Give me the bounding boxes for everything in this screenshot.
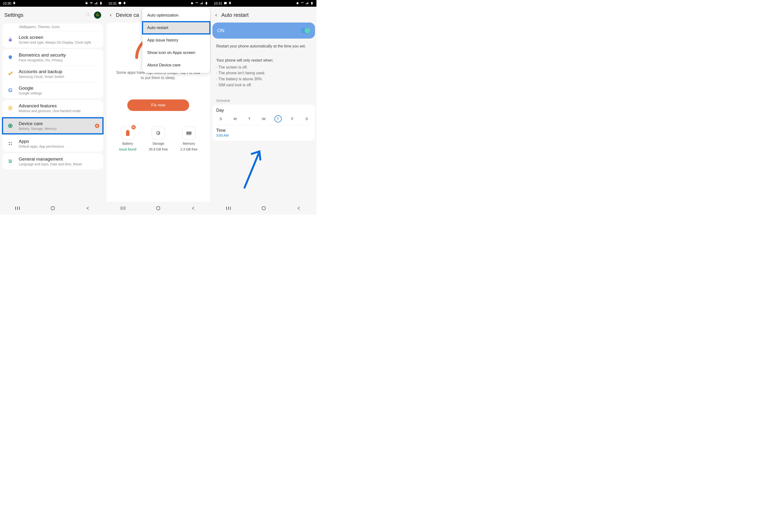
svg-rect-20	[126, 130, 130, 136]
image-icon	[118, 1, 121, 5]
alarm-icon	[85, 1, 88, 5]
svg-rect-26	[311, 2, 313, 4]
menu-auto-restart[interactable]: Auto restart	[142, 22, 210, 34]
screenshot-device-care: 10:31 ‹ Device ca Hig Some apps have hig…	[105, 0, 211, 215]
settings-item-biometrics[interactable]: Biometrics and securityFace recognition,…	[2, 49, 103, 66]
svg-point-12	[11, 144, 12, 145]
chip-storage[interactable]: Storage 35.8 GB free	[149, 126, 168, 151]
status-time: 10:31	[108, 1, 117, 5]
item-subtitle: Samsung Cloud, Smart Switch	[19, 75, 64, 79]
nav-recents[interactable]	[13, 206, 22, 211]
day-sat[interactable]: S	[303, 115, 310, 122]
svg-point-18	[191, 2, 193, 4]
svg-rect-2	[101, 2, 101, 2]
info-lead: Restart your phone automatically at the …	[216, 43, 311, 49]
svg-point-10	[11, 142, 12, 143]
menu-app-issue-history[interactable]: App issue history	[142, 34, 210, 46]
search-icon[interactable]	[85, 12, 91, 18]
svg-point-25	[296, 2, 298, 4]
nav-back[interactable]	[189, 206, 198, 211]
on-banner[interactable]: ON	[212, 23, 315, 39]
day-wed[interactable]: W	[260, 115, 267, 122]
nav-home[interactable]	[48, 206, 58, 211]
svg-point-15	[9, 162, 10, 163]
settings-item-device-care[interactable]: Device careBattery, Storage, Memory N	[2, 118, 103, 134]
cond-item: The battery is above 30%.	[216, 76, 311, 82]
settings-item-google[interactable]: G GoogleGoogle settings	[2, 82, 103, 99]
wifi-icon	[195, 1, 199, 5]
wifi-icon	[300, 1, 304, 5]
day-mon[interactable]: M	[232, 115, 239, 122]
svg-point-9	[9, 142, 10, 143]
cond-item: SIM card lock is off.	[216, 82, 311, 88]
chip-battery[interactable]: N Battery Issue found	[119, 126, 136, 151]
item-subtitle: Google settings	[19, 91, 42, 95]
battery-icon	[205, 1, 208, 5]
settings-item-general[interactable]: General managementLanguage and input, Da…	[2, 153, 103, 169]
svg-rect-19	[206, 2, 207, 4]
signal-icon	[95, 1, 98, 5]
nav-home[interactable]	[259, 206, 269, 211]
nav-recents[interactable]	[118, 206, 128, 211]
chip-sub: 35.8 GB free	[149, 147, 168, 151]
header: ‹ Auto restart	[211, 7, 316, 22]
menu-about[interactable]: About Device care	[142, 59, 210, 71]
new-badge: N	[131, 125, 136, 129]
info-cond-lead: Your phone will only restart when:	[216, 58, 311, 64]
status-time: 10:30	[3, 1, 11, 5]
svg-point-6	[9, 107, 11, 109]
signal-icon	[200, 1, 203, 5]
account-avatar[interactable]: G	[94, 11, 101, 19]
msg-post: to put them to sleep.	[141, 76, 176, 80]
day-thu[interactable]: T	[275, 115, 282, 122]
time-row[interactable]: Time 3:00 AM	[216, 125, 311, 137]
item-subtitle: Default apps, App permissions	[19, 145, 64, 148]
settings-item-lock-screen[interactable]: Lock screenScreen lock type, Always On D…	[2, 31, 103, 48]
schedule-label: Schedule	[211, 88, 316, 105]
gear-icon	[6, 104, 14, 112]
settings-item-accounts[interactable]: Accounts and backupSamsung Cloud, Smart …	[2, 66, 103, 82]
nav-recents[interactable]	[224, 206, 233, 211]
settings-item-advanced[interactable]: Advanced featuresMotions and gestures, O…	[2, 100, 103, 116]
settings-item-apps[interactable]: AppsDefault apps, App permissions	[2, 136, 103, 152]
item-title: Accounts and backup	[19, 69, 64, 74]
on-label: ON	[217, 28, 224, 33]
settings-item-display-partial[interactable]: Wallpapers, Themes, Icons	[2, 24, 103, 31]
nav-back[interactable]	[83, 206, 93, 211]
item-subtitle: Face recognition, Iris, Privacy	[19, 58, 66, 62]
svg-point-0	[85, 2, 87, 4]
header-title: Auto restart	[221, 12, 249, 18]
svg-rect-17	[119, 2, 121, 4]
svg-point-3	[86, 13, 89, 16]
menu-auto-optimization[interactable]: Auto optimization	[142, 9, 210, 22]
item-title: Google	[19, 85, 42, 91]
item-subtitle: Language and input, Date and time, Reset	[19, 162, 82, 166]
item-title: Apps	[19, 139, 64, 144]
svg-rect-27	[262, 206, 265, 210]
battery-icon	[99, 1, 103, 5]
status-bar: 10:31	[105, 0, 211, 7]
time-label: Time	[216, 128, 311, 133]
item-title: Advanced features	[19, 103, 80, 109]
svg-rect-23	[156, 206, 159, 210]
chip-memory[interactable]: Memory 2.3 GB free	[180, 126, 198, 151]
image-icon	[224, 1, 227, 5]
svg-point-5	[9, 73, 10, 75]
menu-show-icon[interactable]: Show icon on Apps screen	[142, 46, 210, 59]
palm-icon	[123, 1, 126, 5]
nav-back[interactable]	[294, 206, 304, 211]
item-title: Biometrics and security	[19, 52, 66, 58]
fix-now-button[interactable]: Fix now	[127, 100, 189, 111]
nav-home[interactable]	[153, 206, 163, 211]
day-fri[interactable]: F	[289, 115, 296, 122]
nav-bar	[211, 202, 316, 215]
item-subtitle: Battery, Storage, Memory	[19, 127, 57, 130]
svg-rect-1	[100, 2, 102, 4]
master-toggle[interactable]	[300, 28, 310, 33]
settings-scroll[interactable]: Wallpapers, Themes, Icons Lock screenScr…	[0, 22, 105, 202]
day-sun[interactable]: S	[217, 115, 224, 122]
back-icon[interactable]: ‹	[110, 12, 111, 18]
svg-rect-22	[186, 131, 191, 135]
day-tue[interactable]: T	[246, 115, 253, 122]
back-icon[interactable]: ‹	[215, 12, 217, 18]
